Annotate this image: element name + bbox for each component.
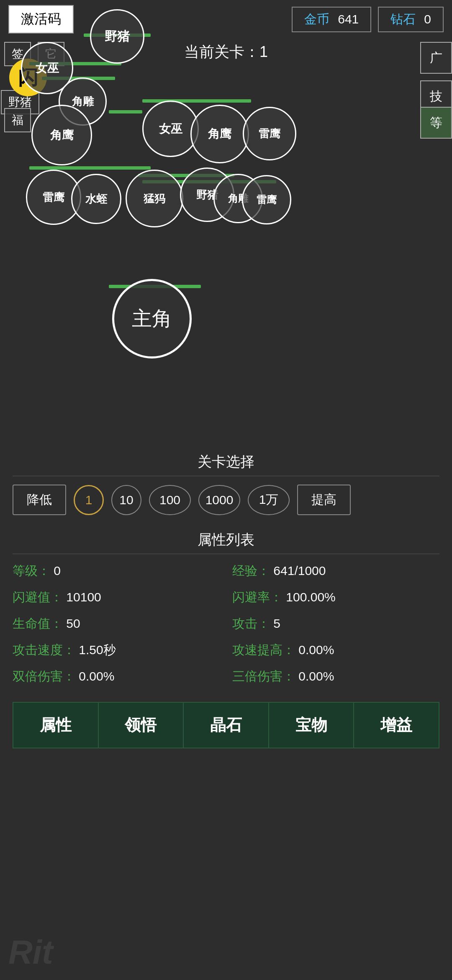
enemy-leiying-3: 雷鹰 (242, 175, 291, 224)
stats-grid: 等级： 0 经验： 641/1000 闪避值： 10100 闪避率： 100.0… (13, 562, 439, 685)
enemy-jiaoying-1: 角鹰 (31, 105, 92, 165)
guang-button[interactable]: 广 (420, 42, 452, 74)
top-bar: 激活码 金币 641 钻石 0 (0, 0, 452, 39)
stat-speed-boost-label: 攻速提高： (232, 643, 295, 657)
current-level-text: 当前关卡：1 (184, 42, 268, 62)
nav-insight[interactable]: 领悟 (98, 702, 183, 748)
stat-atk-value: 5 (273, 616, 280, 630)
stat-dodge-val-value: 10100 (66, 590, 101, 604)
diamond-value: 0 (424, 12, 431, 26)
stat-exp: 经验： 641/1000 (232, 562, 439, 580)
stat-dodge-rate-label: 闪避率： (232, 590, 282, 604)
enemy-jiaoying-2: 角鹰 (190, 105, 249, 163)
level-select-title: 关卡选择 (13, 452, 439, 476)
diamond-label: 钻石 (390, 11, 416, 28)
decrease-button[interactable]: 降低 (13, 485, 66, 515)
stat-triple-dmg-label: 三倍伤害： (232, 669, 295, 683)
level-option-1000[interactable]: 1000 (198, 485, 240, 515)
stat-level-label: 等级： (13, 564, 50, 578)
gold-label: 金币 (304, 11, 329, 28)
stat-dodge-val: 闪避值： 10100 (13, 589, 220, 606)
stat-double-dmg-label: 双倍伤害： (13, 669, 75, 683)
stat-atk: 攻击： 5 (232, 615, 439, 632)
increase-button[interactable]: 提高 (297, 485, 351, 515)
tag-fu[interactable]: 福 (4, 108, 31, 132)
enemy-leiying-1: 雷鹰 (243, 107, 296, 160)
diamond-currency: 钻石 0 (378, 7, 444, 32)
stat-hp: 生命值： 50 (13, 615, 220, 632)
stat-triple-dmg-value: 0.00% (298, 669, 334, 683)
gold-value: 641 (338, 12, 359, 26)
stat-speed-boost: 攻速提高： 0.00% (232, 642, 439, 659)
stat-hp-label: 生命值： (13, 616, 63, 630)
stat-double-dmg: 双倍伤害： 0.00% (13, 668, 220, 685)
stat-atk-speed-value: 1.50秒 (79, 643, 116, 657)
level-option-10[interactable]: 10 (111, 485, 141, 515)
stat-exp-value: 641/1000 (273, 564, 326, 578)
stat-atk-label: 攻击： (232, 616, 270, 630)
stat-atk-speed-label: 攻击速度： (13, 643, 75, 657)
gold-currency: 金币 641 (292, 7, 371, 32)
stat-hp-value: 50 (66, 616, 80, 630)
level-option-100[interactable]: 100 (149, 485, 191, 515)
level-option-10000[interactable]: 1万 (248, 485, 290, 515)
nav-buff[interactable]: 增益 (353, 702, 439, 748)
stat-triple-dmg: 三倍伤害： 0.00% (232, 668, 439, 685)
enemy-shuizhi: 水蛭 (71, 174, 121, 224)
hp-bar-3 (142, 99, 251, 103)
stats-title: 属性列表 (13, 530, 439, 554)
main-character: 主角 (112, 279, 192, 358)
level-option-1[interactable]: 1 (74, 485, 104, 515)
enemy-nuwu-2: 女巫 (142, 101, 199, 157)
stat-dodge-rate-value: 100.00% (286, 590, 335, 604)
stat-atk-speed: 攻击速度： 1.50秒 (13, 642, 220, 659)
enemy-mengma: 猛犸 (126, 170, 183, 227)
nav-properties[interactable]: 属性 (13, 702, 98, 748)
stat-exp-label: 经验： (232, 564, 270, 578)
deng-button[interactable]: 等 (420, 107, 452, 139)
nav-crystal[interactable]: 晶石 (183, 702, 268, 748)
stat-double-dmg-value: 0.00% (79, 669, 114, 683)
lower-panel: 关卡选择 降低 1 10 100 1000 1万 提高 属性列表 等级： 0 经… (0, 440, 452, 748)
bottom-nav: 属性 领悟 晶石 宝物 增益 (13, 702, 439, 748)
hp-bar-5 (29, 166, 151, 170)
stat-level-value: 0 (54, 564, 61, 578)
watermark: Rit (8, 933, 53, 972)
level-selector: 降低 1 10 100 1000 1万 提高 (13, 485, 439, 515)
nav-treasure[interactable]: 宝物 (268, 702, 354, 748)
game-area: 签 它 野猪 福 闪 当前关卡：1 野猪 女巫 角雕 角鹰 女巫 角鹰 雷鹰 雷… (0, 0, 452, 440)
stat-dodge-val-label: 闪避值： (13, 590, 63, 604)
stat-dodge-rate: 闪避率： 100.00% (232, 589, 439, 606)
activate-button[interactable]: 激活码 (8, 5, 74, 34)
stat-level: 等级： 0 (13, 562, 220, 580)
hp-bar-4 (109, 110, 142, 113)
stats-section: 属性列表 等级： 0 经验： 641/1000 闪避值： 10100 闪避率： … (13, 530, 439, 685)
stat-speed-boost-value: 0.00% (298, 643, 334, 657)
